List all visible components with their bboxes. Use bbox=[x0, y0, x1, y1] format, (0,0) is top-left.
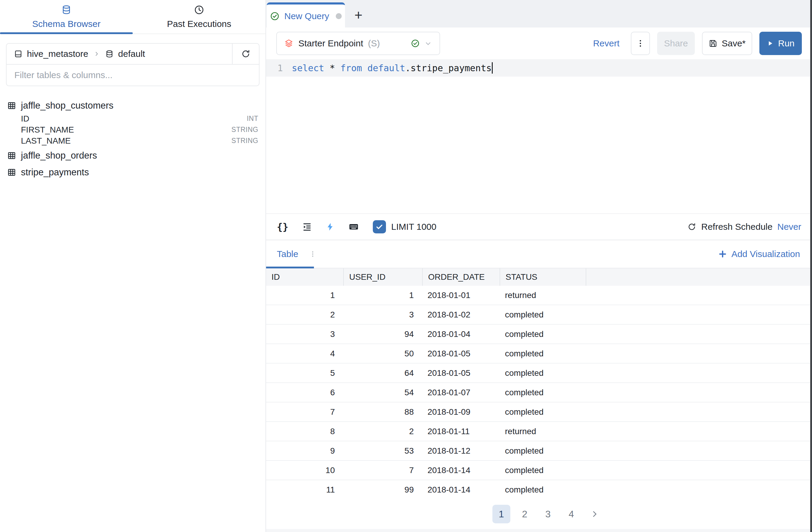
add-visualization-button[interactable]: Add Visualization bbox=[718, 249, 812, 259]
endpoint-selector[interactable]: Starter Endpoint (S) bbox=[276, 32, 440, 55]
refresh-schema-button[interactable] bbox=[232, 44, 259, 64]
column-name: ID bbox=[21, 114, 29, 124]
column-header: STATUS bbox=[499, 268, 586, 286]
table-cell: 11 bbox=[266, 480, 343, 499]
tab-past-executions[interactable]: Past Executions bbox=[133, 0, 265, 33]
chevron-down-icon bbox=[424, 39, 432, 47]
table-cell-filler bbox=[586, 461, 812, 480]
filter-tables-input[interactable] bbox=[6, 70, 259, 80]
table-cell: 2018-01-02 bbox=[422, 305, 499, 324]
table-row: 11992018-01-14completed bbox=[266, 480, 812, 499]
format-indent-icon[interactable] bbox=[302, 222, 312, 232]
table-cell: 2018-01-05 bbox=[422, 364, 499, 382]
table-cell-filler bbox=[586, 305, 812, 324]
schema-column-row[interactable]: IDINT bbox=[7, 113, 258, 124]
save-button-label: Save* bbox=[722, 38, 745, 48]
lightning-icon[interactable] bbox=[325, 222, 335, 231]
table-cell: 2018-01-05 bbox=[422, 344, 499, 363]
code-token: select bbox=[292, 63, 324, 73]
bottom-strip bbox=[266, 529, 812, 532]
query-panel: New Query + Starter Endpoint (S) bbox=[266, 0, 812, 532]
table-cell: completed bbox=[499, 325, 586, 344]
code-text: select * from default.stripe_payments bbox=[292, 62, 493, 74]
table-cell: 88 bbox=[343, 403, 422, 421]
code-token bbox=[335, 63, 340, 73]
breadcrumb-row: hive_metastore default bbox=[6, 43, 260, 65]
breadcrumb-catalog: hive_metastore bbox=[27, 49, 88, 59]
table-cell-filler bbox=[586, 286, 812, 305]
results-table-body: 112018-01-01returned232018-01-02complete… bbox=[266, 286, 812, 499]
table-cell: 9 bbox=[266, 441, 343, 460]
table-row: 5642018-01-05completed bbox=[266, 364, 812, 383]
table-cell: 2 bbox=[266, 305, 343, 324]
table-cell-filler bbox=[586, 325, 812, 344]
table-grid-icon bbox=[7, 101, 16, 110]
table-cell: 8 bbox=[266, 422, 343, 441]
table-cell-filler bbox=[586, 383, 812, 402]
code-token: * bbox=[330, 63, 335, 73]
table-cell: completed bbox=[499, 305, 586, 324]
endpoint-status-check-icon bbox=[411, 39, 420, 48]
tab-table-results[interactable]: Table bbox=[277, 249, 299, 259]
schema-table-name: jaffle_shop_orders bbox=[21, 150, 97, 161]
table-cell-filler bbox=[586, 403, 812, 421]
sql-editor[interactable]: 1 select * from default.stripe_payments bbox=[266, 59, 812, 213]
schema-table-row[interactable]: jaffle_shop_customers bbox=[7, 98, 258, 113]
table-cell: 5 bbox=[266, 364, 343, 382]
catalog-icon bbox=[14, 50, 23, 58]
table-cell: 53 bbox=[343, 441, 422, 460]
keyboard-shortcuts-icon[interactable] bbox=[348, 221, 359, 232]
schema-browser-controls: hive_metastore default bbox=[6, 43, 260, 86]
column-type: STRING bbox=[231, 126, 258, 134]
page-button[interactable]: 1 bbox=[492, 505, 510, 523]
table-cell-filler bbox=[586, 422, 812, 441]
table-cell: 94 bbox=[343, 325, 422, 344]
table-row: 6542018-01-07completed bbox=[266, 383, 812, 403]
save-button[interactable]: Save* bbox=[702, 32, 752, 55]
table-cell: completed bbox=[499, 344, 586, 363]
schema-table-row[interactable]: stripe_payments bbox=[7, 165, 258, 180]
add-visualization-label: Add Visualization bbox=[731, 249, 800, 259]
table-cell: completed bbox=[499, 403, 586, 421]
schema-table-name: stripe_payments bbox=[21, 167, 89, 178]
query-toolbar: Starter Endpoint (S) Revert bbox=[266, 28, 812, 59]
table-cell: 54 bbox=[343, 383, 422, 402]
limit-checkbox[interactable] bbox=[373, 220, 386, 233]
table-cell: completed bbox=[499, 461, 586, 480]
schema-column-row[interactable]: LAST_NAMESTRING bbox=[7, 135, 258, 146]
page-button[interactable]: 2 bbox=[516, 505, 534, 523]
curly-braces-icon[interactable]: {} bbox=[277, 221, 289, 233]
page-button[interactable]: 3 bbox=[539, 505, 557, 523]
run-button[interactable]: Run bbox=[759, 32, 802, 55]
column-header: USER_ID bbox=[343, 268, 422, 286]
share-button[interactable]: Share bbox=[657, 32, 695, 55]
table-row: 1072018-01-14completed bbox=[266, 461, 812, 480]
table-cell: returned bbox=[499, 286, 586, 305]
table-cell: 2018-01-07 bbox=[422, 383, 499, 402]
new-tab-button[interactable]: + bbox=[345, 2, 372, 28]
table-row: 9532018-01-12completed bbox=[266, 441, 812, 461]
query-menu-button[interactable] bbox=[631, 32, 650, 55]
column-name: FIRST_NAME bbox=[21, 125, 74, 135]
limit-label: LIMIT 1000 bbox=[391, 222, 436, 232]
table-cell-filler bbox=[586, 480, 812, 499]
table-cell: 7 bbox=[266, 403, 343, 421]
results-menu-icon[interactable] bbox=[309, 250, 316, 257]
page-button[interactable]: 4 bbox=[562, 505, 580, 523]
schema-column-row[interactable]: FIRST_NAMESTRING bbox=[7, 124, 258, 135]
table-grid-icon bbox=[7, 151, 16, 160]
unsaved-indicator-dot bbox=[336, 13, 342, 19]
revert-button[interactable]: Revert bbox=[593, 38, 620, 48]
schema-table-row[interactable]: jaffle_shop_orders bbox=[7, 148, 258, 163]
next-page-button[interactable] bbox=[586, 505, 604, 523]
filter-row bbox=[6, 64, 260, 86]
table-cell: 6 bbox=[266, 383, 343, 402]
tab-new-query[interactable]: New Query bbox=[267, 2, 345, 28]
endpoint-size-label: (S) bbox=[368, 38, 380, 48]
table-cell: 1 bbox=[343, 286, 422, 305]
table-row: 232018-01-02completed bbox=[266, 305, 812, 325]
breadcrumb[interactable]: hive_metastore default bbox=[6, 49, 232, 59]
tab-schema-browser[interactable]: Schema Browser bbox=[0, 0, 133, 33]
warehouse-layers-icon bbox=[284, 39, 294, 48]
refresh-schedule-value[interactable]: Never bbox=[777, 222, 801, 232]
